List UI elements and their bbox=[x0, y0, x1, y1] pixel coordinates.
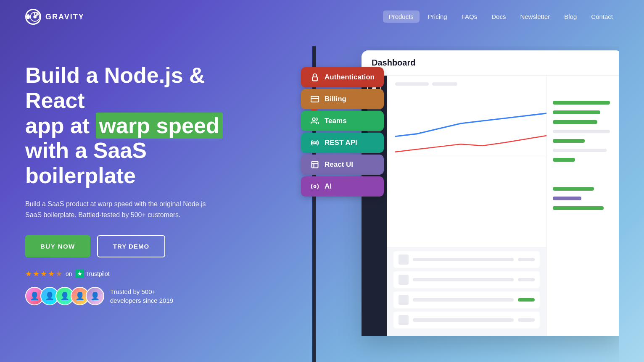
bar-5 bbox=[553, 158, 575, 162]
billing-icon bbox=[310, 94, 319, 104]
api-label: REST API bbox=[325, 139, 357, 147]
bar-3 bbox=[553, 120, 597, 124]
cta-buttons: BUY NOW TRY DEMO bbox=[25, 235, 252, 257]
nav-newsletter[interactable]: Newsletter bbox=[514, 10, 556, 23]
main-content: Build a Node.js & React app at warp spee… bbox=[0, 34, 644, 362]
hero-title: Build a Node.js & React app at warp spee… bbox=[25, 63, 252, 189]
auth-icon bbox=[310, 73, 319, 82]
react-icon bbox=[310, 160, 319, 169]
pill-react-ui[interactable]: React UI bbox=[301, 155, 384, 175]
svg-point-2 bbox=[36, 13, 38, 15]
svg-point-7 bbox=[312, 118, 315, 121]
trustpilot-icon: ★ bbox=[76, 270, 84, 278]
hero-highlight: warp speed bbox=[96, 113, 223, 139]
star-half: ★ bbox=[55, 269, 62, 278]
trustpilot-star: ★ bbox=[77, 271, 82, 277]
avatar-5: 👤 bbox=[86, 287, 104, 305]
dashboard-visual: Dashboard bbox=[277, 46, 619, 362]
svg-point-12 bbox=[314, 186, 316, 188]
row-3 bbox=[393, 291, 540, 308]
feature-pills: Authentication Billing bbox=[301, 67, 384, 197]
social-proof: 👤 👤 👤 👤 👤 Trusted by 500+developers sinc… bbox=[25, 287, 252, 305]
nav-contact[interactable]: Contact bbox=[585, 10, 619, 23]
auth-label: Authentication bbox=[325, 73, 375, 81]
star-4: ★ bbox=[48, 269, 55, 278]
star-rating: ★ ★ ★ ★ ★ bbox=[25, 269, 62, 278]
star-3: ★ bbox=[40, 269, 47, 278]
pill-authentication[interactable]: Authentication bbox=[301, 67, 384, 87]
bar-1 bbox=[553, 101, 610, 105]
svg-rect-9 bbox=[312, 162, 318, 168]
nav-faqs[interactable]: FAQs bbox=[456, 10, 483, 23]
api-icon bbox=[310, 138, 319, 147]
teams-icon bbox=[310, 116, 319, 126]
star-1: ★ bbox=[25, 269, 32, 278]
trustpilot-row: ★ ★ ★ ★ ★ on ★ Trustpilot bbox=[25, 269, 252, 278]
pill-rest-api[interactable]: REST API bbox=[301, 133, 384, 153]
avatar-group: 👤 👤 👤 👤 👤 bbox=[25, 287, 104, 305]
logo[interactable]: GRAVITY bbox=[25, 9, 84, 25]
nav-links: Products Pricing FAQs Docs Newsletter Bl… bbox=[383, 13, 619, 21]
svg-point-1 bbox=[33, 15, 37, 18]
panel-body bbox=[362, 76, 619, 336]
pill-billing[interactable]: Billing bbox=[301, 89, 384, 109]
hero-description: Build a SaaS product at warp speed with … bbox=[25, 199, 210, 220]
star-2: ★ bbox=[33, 269, 40, 278]
nav-blog[interactable]: Blog bbox=[558, 10, 583, 23]
nav-products[interactable]: Products bbox=[383, 10, 420, 23]
buy-now-button[interactable]: BUY NOW bbox=[25, 235, 90, 257]
hero-section: Build a Node.js & React app at warp spee… bbox=[25, 50, 252, 305]
nav-pricing[interactable]: Pricing bbox=[422, 10, 453, 23]
dashboard-panel: Dashboard bbox=[362, 50, 619, 336]
ai-icon bbox=[310, 182, 319, 191]
bar-2 bbox=[553, 110, 600, 114]
pill-ai[interactable]: AI bbox=[301, 176, 384, 197]
svg-rect-4 bbox=[312, 77, 317, 81]
billing-label: Billing bbox=[325, 95, 346, 103]
trustpilot-logo[interactable]: ★ Trustpilot bbox=[76, 270, 110, 278]
row-4 bbox=[393, 312, 540, 328]
navbar: GRAVITY Products Pricing FAQs Docs Newsl… bbox=[0, 0, 644, 34]
trustpilot-label: Trustpilot bbox=[86, 270, 110, 277]
teams-label: Teams bbox=[325, 117, 347, 125]
nav-docs[interactable]: Docs bbox=[486, 10, 512, 23]
row-1 bbox=[393, 251, 540, 268]
row-2 bbox=[393, 271, 540, 288]
try-demo-button[interactable]: TRY DEMO bbox=[97, 235, 165, 257]
svg-rect-5 bbox=[311, 96, 319, 102]
dashboard-header: Dashboard bbox=[362, 50, 619, 76]
logo-icon bbox=[25, 9, 41, 25]
panel-content bbox=[387, 76, 619, 336]
bottom-rows bbox=[387, 247, 546, 336]
social-proof-text: Trusted by 500+developers since 2019 bbox=[110, 287, 173, 305]
svg-point-8 bbox=[314, 142, 316, 144]
logo-text: GRAVITY bbox=[45, 13, 84, 21]
bar-4 bbox=[553, 139, 585, 143]
react-label: React UI bbox=[325, 160, 353, 169]
right-bars bbox=[546, 76, 619, 336]
ai-label: AI bbox=[325, 182, 332, 191]
pill-teams[interactable]: Teams bbox=[301, 111, 384, 131]
rating-on-text: on bbox=[66, 270, 72, 277]
